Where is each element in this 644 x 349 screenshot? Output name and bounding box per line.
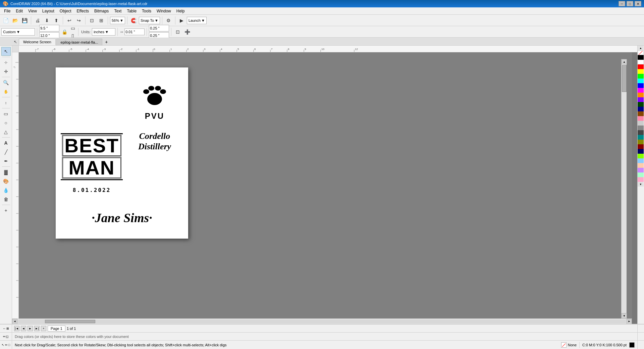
color-maroon[interactable] (638, 144, 644, 149)
last-page-button[interactable]: ►| (34, 326, 40, 331)
freehand-tool[interactable]: ↕ (1, 98, 11, 107)
menu-edit[interactable]: Edit (13, 7, 25, 14)
add-tab-button[interactable]: + (103, 39, 110, 45)
color-lime[interactable] (638, 154, 644, 158)
bezier-tool[interactable]: ✒ (1, 157, 11, 165)
color-brown[interactable] (638, 111, 644, 116)
color-mid-gray[interactable] (638, 126, 644, 130)
vscroll-thumb[interactable] (622, 65, 627, 92)
menu-help[interactable]: Help (174, 7, 187, 14)
color-yellow[interactable] (638, 69, 644, 74)
color-teal[interactable] (638, 135, 644, 140)
color-olive[interactable] (638, 140, 644, 144)
menu-window[interactable]: Window (154, 7, 174, 14)
next-page-button[interactable]: ► (28, 326, 33, 331)
add-object-tool[interactable]: + (1, 206, 11, 215)
zoom-all-button[interactable]: ↔ (3, 327, 6, 330)
color-dark-green[interactable] (638, 102, 644, 107)
tab-file[interactable]: epilog-laser-metal-fla... (56, 39, 103, 45)
minimize-button[interactable]: ─ (619, 1, 625, 6)
rectangle-tool[interactable]: ▭ (1, 109, 11, 118)
fill-tool[interactable]: ▓ (1, 168, 11, 177)
color-picker-tool[interactable]: 🎨 (1, 177, 11, 186)
portrait-button[interactable]: ▭ (69, 25, 76, 32)
scale-button[interactable]: ⊡ (88, 16, 96, 25)
pan-tool[interactable]: ✋ (1, 87, 11, 96)
menu-tools[interactable]: Tools (139, 7, 154, 14)
color-purple[interactable] (638, 97, 644, 102)
maximize-button[interactable]: □ (627, 1, 633, 6)
select-tool[interactable]: ↖ (1, 47, 11, 56)
zoom-tool[interactable]: 🔍 (1, 78, 11, 87)
color-black[interactable] (638, 55, 644, 60)
lock-aspect-button[interactable]: 🔒 (60, 28, 69, 36)
palette-down-arrow[interactable]: ▼ (638, 182, 644, 187)
color-light-gray[interactable] (638, 121, 644, 126)
width-input[interactable] (39, 25, 59, 32)
export-button[interactable]: ⬆ (52, 16, 61, 25)
canvas-area[interactable]: -7 -6 -5 -4 -3 -2 -1 0 (12, 46, 637, 324)
color-violet[interactable] (638, 168, 644, 172)
color-green[interactable] (638, 74, 644, 79)
fit-button[interactable]: ⊞ (97, 16, 106, 25)
drawing-canvas[interactable]: BEST MAN 8.01.2022 (19, 52, 632, 318)
color-red[interactable] (638, 64, 644, 69)
tab-welcome[interactable]: Welcome Screen (19, 39, 56, 45)
prev-page-button[interactable]: ◄ (21, 326, 26, 331)
status-rect-icon[interactable]: □ (8, 343, 10, 347)
first-page-button[interactable]: |◄ (14, 326, 19, 331)
undo-button[interactable]: ↩ (65, 16, 74, 25)
zoom-dropdown[interactable]: 56% ▼ (110, 17, 125, 24)
status-draw-icon[interactable]: ✏ (5, 343, 8, 347)
vscroll-up-button[interactable]: ▲ (622, 59, 627, 64)
color-blue[interactable] (638, 83, 644, 88)
status-select-icon[interactable]: ↖ (2, 343, 4, 347)
eyedropper-tool[interactable]: 💧 (1, 186, 11, 195)
menu-view[interactable]: View (25, 7, 40, 14)
page-border-button[interactable]: ⊡ (173, 28, 182, 36)
vscroll-down-button[interactable]: ▼ (622, 313, 627, 318)
x-nudge-input[interactable] (149, 25, 169, 32)
close-button[interactable]: ✕ (635, 1, 641, 6)
add-page-button[interactable]: ➕ (183, 28, 192, 36)
ellipse-tool[interactable]: ○ (1, 118, 11, 127)
eraser-tool[interactable]: 🗑 (1, 195, 11, 204)
color-mint[interactable] (638, 172, 644, 177)
color-dark-gray[interactable] (638, 130, 644, 135)
units-dropdown[interactable]: inches ▼ (92, 28, 115, 36)
color-pink[interactable] (638, 116, 644, 121)
print-button[interactable]: 🖨 (33, 16, 42, 25)
color-dark-blue[interactable] (638, 107, 644, 111)
color-cyan[interactable] (638, 79, 644, 83)
new-button[interactable]: 📄 (1, 16, 10, 25)
add-page-nav-button[interactable]: + (41, 326, 46, 331)
color-peach[interactable] (638, 163, 644, 168)
color-orange[interactable] (638, 93, 644, 97)
transform-tool[interactable]: ✛ (1, 67, 11, 76)
menu-file[interactable]: File (1, 7, 13, 14)
polygon-tool[interactable]: △ (1, 128, 11, 136)
menu-effects[interactable]: Effects (74, 7, 92, 14)
color-white[interactable] (638, 60, 644, 64)
open-button[interactable]: 📂 (11, 16, 19, 25)
hscroll-right-button[interactable]: ► (627, 319, 632, 324)
menu-layout[interactable]: Layout (40, 7, 57, 14)
color-none[interactable] (638, 50, 644, 55)
snap-dropdown[interactable]: Snap To ▼ (139, 17, 160, 24)
save-button[interactable]: 💾 (20, 16, 29, 25)
node-tool[interactable]: ⊹ (1, 58, 11, 67)
menu-table[interactable]: Table (124, 7, 139, 14)
vertical-scrollbar[interactable]: ▲ ▼ (621, 59, 627, 318)
color-rose[interactable] (638, 177, 644, 182)
hscroll-thumb[interactable] (45, 320, 95, 323)
palette-up-arrow[interactable]: ▲ (638, 46, 644, 50)
redo-button[interactable]: ↪ (74, 16, 83, 25)
text-tool[interactable]: A (1, 139, 11, 147)
settings-icon[interactable]: ⚙ (164, 16, 173, 25)
color-sky[interactable] (638, 158, 644, 163)
nudge-input[interactable] (124, 29, 145, 35)
color-navy[interactable] (638, 149, 644, 154)
zoom-page-button[interactable]: ⊠ (6, 327, 9, 330)
pen-tool[interactable]: ╱ (1, 148, 11, 156)
menu-object[interactable]: Object (57, 7, 74, 14)
